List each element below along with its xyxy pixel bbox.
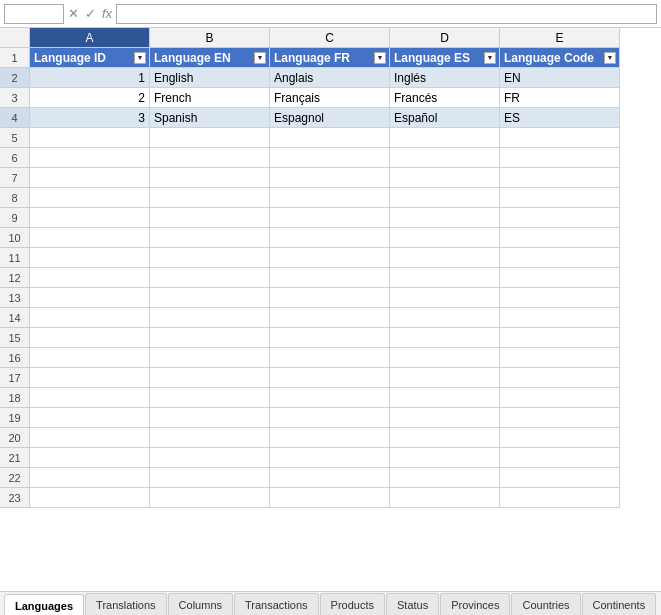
cell-r5-c2[interactable] — [150, 128, 270, 148]
cell-r11-c2[interactable] — [150, 248, 270, 268]
sheet-tab-translations[interactable]: Translations — [85, 593, 167, 615]
cell-r3-c3[interactable]: Français — [270, 88, 390, 108]
cell-reference-box[interactable] — [4, 4, 64, 24]
cell-r21-c3[interactable] — [270, 448, 390, 468]
cell-r19-c2[interactable] — [150, 408, 270, 428]
cell-r6-c2[interactable] — [150, 148, 270, 168]
col-header-c[interactable]: C — [270, 28, 390, 48]
cell-r15-c2[interactable] — [150, 328, 270, 348]
cell-r2-c4[interactable]: Inglés — [390, 68, 500, 88]
header-cell-2[interactable]: Language EN — [150, 48, 270, 68]
cell-r2-c2[interactable]: English — [150, 68, 270, 88]
cell-r12-c1[interactable] — [30, 268, 150, 288]
cell-r9-c4[interactable] — [390, 208, 500, 228]
header-cell-3[interactable]: Language FR — [270, 48, 390, 68]
cell-r3-c1[interactable]: 2 — [30, 88, 150, 108]
col-header-d[interactable]: D — [390, 28, 500, 48]
cell-r21-c5[interactable] — [500, 448, 620, 468]
cell-r6-c3[interactable] — [270, 148, 390, 168]
cell-r9-c3[interactable] — [270, 208, 390, 228]
sheet-tab-transactions[interactable]: Transactions — [234, 593, 319, 615]
cell-r3-c2[interactable]: French — [150, 88, 270, 108]
cell-r13-c2[interactable] — [150, 288, 270, 308]
filter-button[interactable] — [374, 52, 386, 64]
cell-r20-c5[interactable] — [500, 428, 620, 448]
cell-r2-c3[interactable]: Anglais — [270, 68, 390, 88]
grid-scroll-area[interactable]: 1Language IDLanguage ENLanguage FRLangua… — [0, 48, 661, 591]
cell-r10-c5[interactable] — [500, 228, 620, 248]
cell-r16-c1[interactable] — [30, 348, 150, 368]
cell-r13-c5[interactable] — [500, 288, 620, 308]
cell-r17-c2[interactable] — [150, 368, 270, 388]
cell-r10-c3[interactable] — [270, 228, 390, 248]
cell-r17-c5[interactable] — [500, 368, 620, 388]
cell-r21-c1[interactable] — [30, 448, 150, 468]
cell-r8-c3[interactable] — [270, 188, 390, 208]
cell-r20-c1[interactable] — [30, 428, 150, 448]
cell-r19-c5[interactable] — [500, 408, 620, 428]
cell-r14-c3[interactable] — [270, 308, 390, 328]
cell-r11-c1[interactable] — [30, 248, 150, 268]
cell-r7-c5[interactable] — [500, 168, 620, 188]
function-icon[interactable]: fx — [102, 6, 112, 21]
cell-r22-c4[interactable] — [390, 468, 500, 488]
cell-r22-c1[interactable] — [30, 468, 150, 488]
filter-button[interactable] — [254, 52, 266, 64]
header-cell-1[interactable]: Language ID — [30, 48, 150, 68]
cell-r16-c3[interactable] — [270, 348, 390, 368]
cell-r3-c4[interactable]: Francés — [390, 88, 500, 108]
sheet-tab-languages[interactable]: Languages — [4, 594, 84, 615]
cell-r12-c3[interactable] — [270, 268, 390, 288]
cell-r7-c3[interactable] — [270, 168, 390, 188]
col-header-b[interactable]: B — [150, 28, 270, 48]
header-cell-4[interactable]: Language ES — [390, 48, 500, 68]
sheet-tab-provinces[interactable]: Provinces — [440, 593, 510, 615]
sheet-tab-continents[interactable]: Continents — [582, 593, 657, 615]
cell-r4-c5[interactable]: ES — [500, 108, 620, 128]
cell-r4-c4[interactable]: Español — [390, 108, 500, 128]
cell-r6-c1[interactable] — [30, 148, 150, 168]
cell-r18-c5[interactable] — [500, 388, 620, 408]
cell-r15-c4[interactable] — [390, 328, 500, 348]
cell-r3-c5[interactable]: FR — [500, 88, 620, 108]
cell-r18-c2[interactable] — [150, 388, 270, 408]
cell-r19-c1[interactable] — [30, 408, 150, 428]
cell-r13-c1[interactable] — [30, 288, 150, 308]
cell-r23-c3[interactable] — [270, 488, 390, 508]
cell-r22-c3[interactable] — [270, 468, 390, 488]
cell-r23-c1[interactable] — [30, 488, 150, 508]
cell-r4-c3[interactable]: Espagnol — [270, 108, 390, 128]
cell-r6-c4[interactable] — [390, 148, 500, 168]
sheet-tab-countries[interactable]: Countries — [511, 593, 580, 615]
cell-r19-c4[interactable] — [390, 408, 500, 428]
cell-r14-c2[interactable] — [150, 308, 270, 328]
cell-r12-c5[interactable] — [500, 268, 620, 288]
cell-r22-c2[interactable] — [150, 468, 270, 488]
cancel-icon[interactable]: ✕ — [68, 6, 79, 21]
cell-r10-c2[interactable] — [150, 228, 270, 248]
cell-r17-c1[interactable] — [30, 368, 150, 388]
cell-r5-c3[interactable] — [270, 128, 390, 148]
cell-r18-c1[interactable] — [30, 388, 150, 408]
sheet-tab-products[interactable]: Products — [320, 593, 385, 615]
cell-r6-c5[interactable] — [500, 148, 620, 168]
sheet-tab-columns[interactable]: Columns — [168, 593, 233, 615]
cell-r11-c5[interactable] — [500, 248, 620, 268]
cell-r15-c5[interactable] — [500, 328, 620, 348]
col-header-a[interactable]: A — [30, 28, 150, 48]
cell-r20-c4[interactable] — [390, 428, 500, 448]
cell-r5-c5[interactable] — [500, 128, 620, 148]
cell-r11-c4[interactable] — [390, 248, 500, 268]
cell-r20-c3[interactable] — [270, 428, 390, 448]
cell-r19-c3[interactable] — [270, 408, 390, 428]
cell-r7-c4[interactable] — [390, 168, 500, 188]
cell-r16-c5[interactable] — [500, 348, 620, 368]
cell-r10-c1[interactable] — [30, 228, 150, 248]
cell-r16-c2[interactable] — [150, 348, 270, 368]
cell-r5-c4[interactable] — [390, 128, 500, 148]
cell-r15-c3[interactable] — [270, 328, 390, 348]
cell-r2-c1[interactable]: 1 — [30, 68, 150, 88]
cell-r12-c4[interactable] — [390, 268, 500, 288]
cell-r23-c4[interactable] — [390, 488, 500, 508]
cell-r8-c4[interactable] — [390, 188, 500, 208]
